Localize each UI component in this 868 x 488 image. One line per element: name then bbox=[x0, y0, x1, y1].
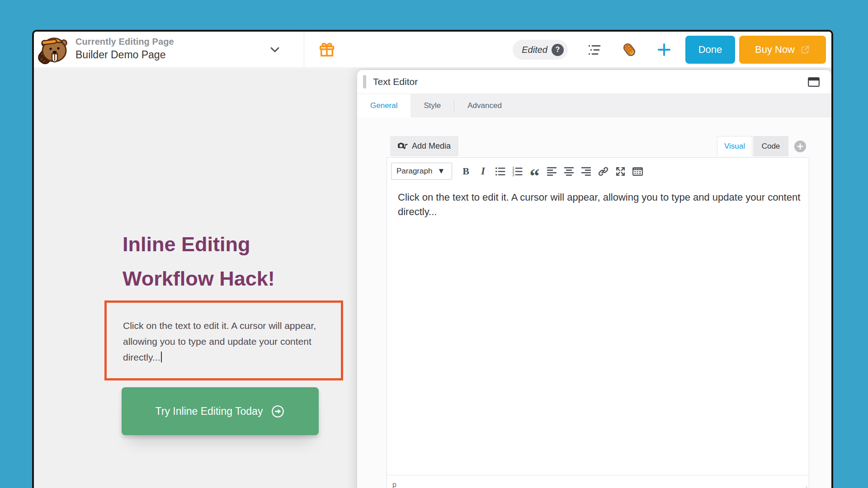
numbered-list-icon[interactable]: 1 2 3 bbox=[510, 164, 524, 178]
blockquote-icon[interactable]: “ bbox=[528, 166, 542, 177]
media-camera-icon bbox=[398, 142, 408, 150]
link-icon[interactable] bbox=[596, 164, 610, 178]
canvas-background: Currently Editing Page Builder Demo Page bbox=[0, 0, 868, 488]
cta-button[interactable]: Try Inline Editing Today bbox=[122, 387, 319, 435]
beaver-logo-icon bbox=[36, 33, 69, 67]
arrow-right-circle-icon bbox=[271, 404, 285, 418]
bold-icon[interactable]: B bbox=[459, 164, 473, 178]
wysiwyg-editor: Paragraph ▼ B I bbox=[387, 157, 809, 488]
tab-advanced[interactable]: Advanced bbox=[454, 94, 515, 117]
heading-line-2: Workflow Hack! bbox=[123, 262, 275, 296]
resize-grip-icon[interactable] bbox=[801, 486, 807, 488]
paragraph-format-select[interactable]: Paragraph ▼ bbox=[391, 163, 452, 180]
code-tab[interactable]: Code bbox=[753, 136, 788, 156]
topbar-divider bbox=[304, 32, 304, 68]
inline-editing-highlighted-text[interactable]: Click on the text to edit it. A cursor w… bbox=[104, 300, 343, 380]
cta-label: Try Inline Editing Today bbox=[156, 405, 263, 418]
edited-label: Edited bbox=[522, 45, 547, 55]
add-media-button[interactable]: Add Media bbox=[390, 136, 458, 156]
select-arrow-icon: ▼ bbox=[437, 167, 445, 176]
gift-icon[interactable] bbox=[318, 41, 335, 58]
builder-topbar: Currently Editing Page Builder Demo Page bbox=[34, 32, 831, 68]
panel-title: Text Editor bbox=[373, 76, 418, 87]
topbar-actions: Edited ? bbox=[513, 36, 826, 64]
svg-text:3: 3 bbox=[512, 173, 514, 177]
preview-heading[interactable]: Inline Editing Workflow Hack! bbox=[123, 227, 275, 296]
heading-line-1: Inline Editing bbox=[123, 227, 275, 262]
toolbar-toggle-icon[interactable] bbox=[631, 164, 645, 178]
italic-icon[interactable]: I bbox=[476, 164, 490, 178]
text-cursor bbox=[161, 352, 162, 362]
editor-mode-switch: Visual Code bbox=[717, 136, 806, 156]
add-content-plus-icon[interactable] bbox=[656, 42, 672, 57]
dock-window-icon[interactable] bbox=[808, 77, 820, 87]
element-path-label: p bbox=[392, 481, 396, 488]
align-right-icon[interactable] bbox=[579, 164, 593, 178]
done-button[interactable]: Done bbox=[685, 36, 735, 64]
currently-editing-label: Currently Editing Page bbox=[75, 37, 174, 47]
align-center-icon[interactable] bbox=[562, 164, 576, 178]
page-title: Builder Demo Page bbox=[75, 49, 174, 61]
panel-drag-handle[interactable] bbox=[363, 75, 366, 89]
page-title-block: Currently Editing Page Builder Demo Page bbox=[75, 37, 174, 61]
buy-now-label: Buy Now bbox=[755, 44, 795, 56]
add-element-plus-icon[interactable] bbox=[794, 141, 806, 152]
editor-status-bar: p bbox=[387, 475, 809, 488]
editor-toolbar: Paragraph ▼ B I bbox=[387, 158, 809, 183]
fullscreen-icon[interactable] bbox=[613, 164, 627, 178]
visual-tab[interactable]: Visual bbox=[717, 136, 752, 156]
bullet-list-icon[interactable] bbox=[493, 164, 507, 178]
highlighted-text: Click on the text to edit it. A cursor w… bbox=[123, 320, 316, 362]
edited-status-badge: Edited ? bbox=[513, 40, 568, 60]
tab-style[interactable]: Style bbox=[410, 94, 454, 117]
builder-window: Currently Editing Page Builder Demo Page bbox=[32, 30, 833, 488]
external-link-icon bbox=[800, 45, 810, 55]
panel-body: Add Media Visual Code Paragraph ▼ bbox=[357, 118, 831, 488]
panel-tab-bar: General Style Advanced bbox=[357, 94, 831, 117]
align-left-icon[interactable] bbox=[545, 164, 559, 178]
add-media-label: Add Media bbox=[412, 141, 451, 151]
text-editor-panel: Text Editor General Style Advanced bbox=[357, 70, 831, 488]
chevron-down-icon[interactable] bbox=[269, 44, 281, 56]
panel-header: Text Editor bbox=[357, 70, 831, 94]
buy-now-button[interactable]: Buy Now bbox=[739, 36, 826, 64]
beaver-tail-templates-icon[interactable] bbox=[621, 42, 637, 58]
tab-general[interactable]: General bbox=[357, 94, 410, 117]
beaver-builder-logo-menu[interactable] bbox=[36, 33, 69, 67]
editor-content-area[interactable]: Click on the text to edit it. A cursor w… bbox=[387, 183, 805, 219]
format-select-value: Paragraph bbox=[396, 167, 432, 176]
outline-panel-icon[interactable] bbox=[588, 44, 601, 56]
help-icon[interactable]: ? bbox=[552, 44, 564, 56]
